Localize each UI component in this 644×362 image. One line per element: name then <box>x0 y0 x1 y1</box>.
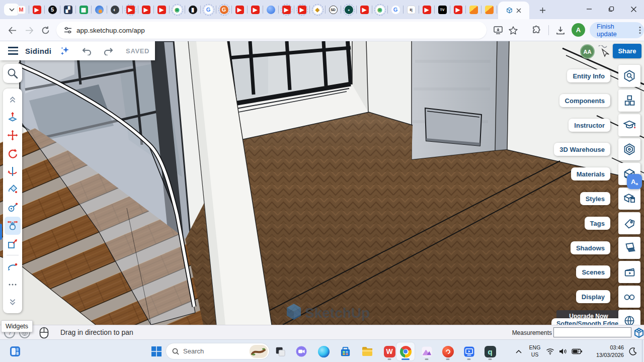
battery-icon[interactable] <box>570 340 585 362</box>
main-menu-icon[interactable] <box>8 47 18 55</box>
teal-site-favicon[interactable]: ● <box>341 2 356 17</box>
panel-label-shadows[interactable]: Shadows <box>571 241 610 254</box>
shadows-icon[interactable] <box>618 237 640 259</box>
blue-globe-favicon[interactable] <box>92 2 107 17</box>
panel-label-entity-info[interactable]: Entity Info <box>567 69 610 82</box>
warehouse-icon[interactable] <box>618 138 640 160</box>
undo-icon[interactable] <box>82 46 92 55</box>
bookmark-site-favicon[interactable]: ▮ <box>185 2 200 17</box>
sketchup-account-avatar[interactable]: AA <box>580 44 595 59</box>
taskbar-widgets[interactable] <box>6 342 24 360</box>
youtube-favicon[interactable]: ▶ <box>29 2 44 17</box>
pan-tool-button[interactable] <box>5 217 21 235</box>
youtube-favicon[interactable]: ▶ <box>123 2 138 17</box>
install-app-icon[interactable] <box>491 23 505 37</box>
components-icon[interactable] <box>618 89 640 112</box>
youtube-favicon[interactable]: ▶ <box>232 2 247 17</box>
youtube-favicon[interactable]: ▶ <box>279 2 294 17</box>
styles-icon[interactable] <box>618 188 640 210</box>
gmail-favicon[interactable]: M <box>14 2 29 17</box>
translate-extension-button[interactable]: Aa <box>627 174 642 189</box>
edge-browser[interactable] <box>314 342 333 360</box>
volume-icon[interactable] <box>556 340 570 362</box>
browser-profile-avatar[interactable]: A <box>572 23 585 37</box>
night-mode-icon[interactable] <box>624 340 642 362</box>
model-title[interactable]: Sidindi <box>25 47 51 55</box>
orbit-tool-button[interactable] <box>5 257 21 276</box>
close-tab-icon[interactable] <box>516 8 521 13</box>
google-sheets-favicon[interactable]: ▦ <box>76 2 91 17</box>
finish-update-button[interactable]: Finish update <box>590 22 644 38</box>
google-favicon[interactable]: G <box>388 2 403 17</box>
zoom-window-tool-button[interactable] <box>5 235 21 253</box>
push-pull-tool-button[interactable] <box>5 108 21 126</box>
redo-icon[interactable] <box>103 46 113 55</box>
bookmark-star-icon[interactable] <box>506 23 520 37</box>
orange-g-favicon[interactable]: G <box>216 2 231 17</box>
q-app[interactable]: q <box>481 342 499 360</box>
move-tool-button[interactable] <box>5 126 21 144</box>
start-button[interactable] <box>147 342 166 360</box>
panel-label-scenes[interactable]: Scenes <box>576 265 610 279</box>
display-icon[interactable] <box>618 286 640 308</box>
forward-button[interactable] <box>22 23 36 37</box>
window-maximize-button[interactable] <box>601 0 622 18</box>
youtube-favicon[interactable]: ▶ <box>248 2 263 17</box>
dark-globe-favicon[interactable]: ◐ <box>107 2 122 17</box>
chrome-browser[interactable] <box>396 342 415 360</box>
rotate-tool-button[interactable] <box>5 144 21 162</box>
measurements-input[interactable] <box>553 327 631 337</box>
address-bar[interactable]: app.sketchup.com/app <box>56 22 487 39</box>
movies-tv[interactable] <box>460 342 478 360</box>
more-tools-button[interactable] <box>5 276 21 294</box>
microsoft-store[interactable] <box>336 342 354 360</box>
sd-site-favicon[interactable]: SD <box>326 2 341 17</box>
back-button[interactable] <box>5 23 19 37</box>
gallery-app[interactable] <box>418 342 436 360</box>
office-app[interactable] <box>439 342 457 360</box>
flip-tool-button[interactable] <box>5 162 21 180</box>
instructor-icon[interactable] <box>618 114 640 136</box>
sketchup-3d-viewport[interactable]: SketchUp Sidindi SAVED AA <box>0 41 644 325</box>
panel-label-materials[interactable]: Materials <box>571 167 610 180</box>
soften-panel-icon[interactable] <box>618 310 640 325</box>
wifi-icon[interactable] <box>543 340 556 362</box>
panel-label-components[interactable]: Components <box>559 94 610 107</box>
youtube-favicon[interactable]: ▶ <box>154 2 169 17</box>
youtube-favicon[interactable]: ▶ <box>450 2 465 17</box>
green-shield-favicon[interactable]: ◉ <box>372 2 387 17</box>
task-view[interactable] <box>271 342 289 360</box>
collapse-down-button[interactable] <box>5 294 21 312</box>
tags-icon[interactable] <box>618 212 640 234</box>
flame-site-favicon[interactable] <box>481 2 497 17</box>
youtube-favicon[interactable]: ▶ <box>138 2 153 17</box>
panel-label-display[interactable]: Display <box>576 290 610 303</box>
chat-app[interactable] <box>292 342 310 360</box>
dark-site-favicon[interactable]: 5 <box>45 2 60 17</box>
youtube-favicon[interactable]: ▶ <box>357 2 372 17</box>
active-tab-sketchup[interactable] <box>498 2 529 19</box>
taskbar-search[interactable]: Search <box>166 343 269 359</box>
green-site-favicon[interactable]: ◉ <box>170 2 185 17</box>
youtube-favicon[interactable]: ▶ <box>294 2 309 17</box>
collapse-up-button[interactable] <box>5 90 21 108</box>
tray-chevron-icon[interactable] <box>511 340 526 362</box>
downloads-icon[interactable] <box>553 23 568 37</box>
audio-site-favicon[interactable]: ‖| <box>404 2 419 17</box>
show-desktop-button[interactable] <box>642 340 644 362</box>
panel-label-instructor[interactable]: Instructor <box>569 119 610 132</box>
gold-site-favicon[interactable]: ◆ <box>310 2 325 17</box>
ai-sparkle-icon[interactable] <box>59 45 70 56</box>
scenes-icon[interactable] <box>618 261 640 283</box>
blue-dot-favicon[interactable] <box>263 2 278 17</box>
google-favicon[interactable]: G <box>201 2 216 17</box>
youtube-favicon[interactable]: ▶ <box>419 2 434 17</box>
extensions-icon[interactable] <box>529 23 543 37</box>
chrome-menu-icon[interactable] <box>639 26 641 34</box>
flame-site-favicon[interactable] <box>466 2 481 17</box>
soften-panel-label[interactable]: Soften/Smooth Edges <box>551 318 622 325</box>
site-settings-icon[interactable] <box>63 26 72 34</box>
window-close-button[interactable] <box>623 0 644 18</box>
file-explorer[interactable] <box>358 342 376 360</box>
share-button[interactable]: Share <box>613 44 641 58</box>
